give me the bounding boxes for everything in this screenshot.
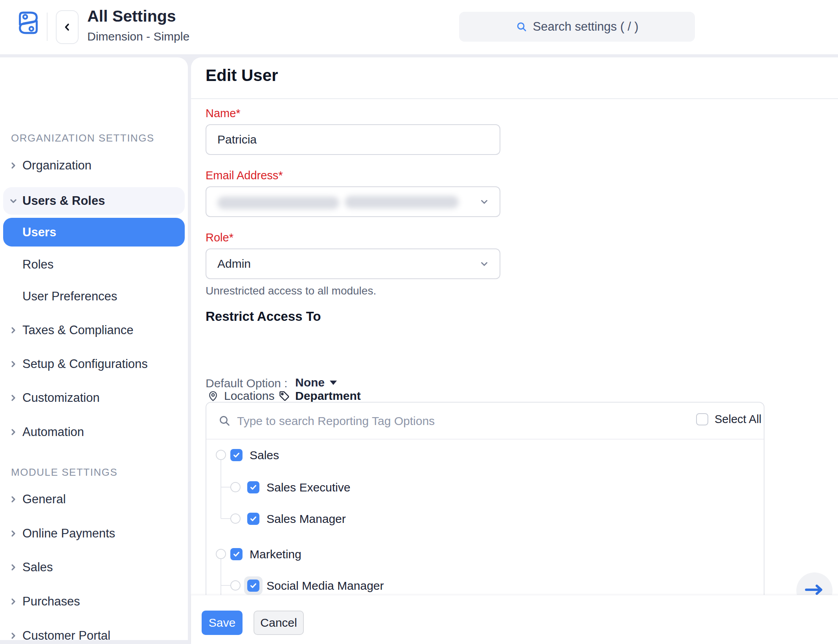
title-divider xyxy=(191,98,838,99)
email-select[interactable] xyxy=(206,186,500,217)
sidebar-item-label: Users xyxy=(22,225,56,239)
page-title: All Settings xyxy=(87,7,176,26)
sidebar-item-general[interactable]: General xyxy=(0,486,188,513)
tree-connector xyxy=(221,585,230,586)
sidebar-item-label: Customer Portal xyxy=(22,629,110,643)
search-icon xyxy=(218,414,231,427)
section-organization-settings: ORGANIZATION SETTINGS xyxy=(11,132,154,144)
sidebar-item-users-roles[interactable]: Users & Roles xyxy=(3,187,185,215)
sidebar-item-label: Taxes & Compliance xyxy=(22,323,134,337)
check-icon xyxy=(233,451,240,459)
checkbox-sales-manager[interactable] xyxy=(247,513,259,525)
tree-connector xyxy=(221,460,221,519)
form-action-bar: Save Cancel xyxy=(191,595,838,644)
checkbox-unchecked-icon xyxy=(696,413,708,425)
check-icon xyxy=(250,484,257,491)
role-select[interactable]: Admin xyxy=(206,248,500,279)
tree-item-label: Sales Executive xyxy=(266,481,350,494)
search-icon xyxy=(516,21,527,33)
sidebar-item-roles[interactable]: Roles xyxy=(0,251,188,278)
tab-department[interactable]: Department xyxy=(278,389,361,403)
settings-search-input[interactable]: Search settings ( / ) xyxy=(459,12,695,42)
sidebar-item-users[interactable]: Users xyxy=(3,218,185,247)
tree-node-circle xyxy=(230,580,241,591)
sidebar-item-customer-portal[interactable]: Customer Portal xyxy=(0,622,188,644)
chevron-right-icon xyxy=(9,631,18,640)
map-pin-icon xyxy=(207,390,219,402)
sidebar-item-online-payments[interactable]: Online Payments xyxy=(0,520,188,547)
save-button[interactable]: Save xyxy=(202,611,243,635)
redacted-email-segment xyxy=(217,197,339,209)
select-all-checkbox[interactable]: Select All xyxy=(696,413,761,426)
chevron-down-icon xyxy=(479,259,489,269)
cancel-button[interactable]: Cancel xyxy=(254,611,304,635)
tree-node-circle xyxy=(216,450,226,460)
tree-node-circle xyxy=(230,482,241,492)
tree-item-label: Sales xyxy=(250,449,279,462)
chevron-left-icon xyxy=(62,22,72,32)
default-option-value: None xyxy=(295,376,325,389)
chevron-right-icon xyxy=(9,161,18,170)
sidebar-item-label: Online Payments xyxy=(22,526,115,541)
tab-label: Department xyxy=(295,389,361,403)
chevron-right-icon xyxy=(9,393,18,403)
settings-search-placeholder: Search settings ( / ) xyxy=(533,20,639,34)
settings-sidebar: ORGANIZATION SETTINGS Organization Users… xyxy=(0,57,188,640)
tree-node-circle xyxy=(216,549,226,559)
sidebar-item-label: Users & Roles xyxy=(22,194,105,208)
sidebar-item-label: Automation xyxy=(22,425,84,439)
role-selected-value: Admin xyxy=(217,257,251,270)
chevron-right-icon xyxy=(9,529,18,538)
chevron-down-icon xyxy=(9,196,18,206)
chevron-right-icon xyxy=(9,427,18,437)
check-icon xyxy=(250,515,257,523)
arrow-right-icon xyxy=(804,586,825,595)
tab-label: Locations xyxy=(224,389,274,403)
sidebar-item-label: Roles xyxy=(22,258,53,272)
default-option-dropdown[interactable]: None xyxy=(295,376,337,389)
sidebar-item-label: Sales xyxy=(22,560,53,574)
sidebar-item-user-preferences[interactable]: User Preferences xyxy=(0,283,188,310)
tag-options-search-input[interactable] xyxy=(237,410,630,432)
app-header: All Settings Dimension - Simple Search s… xyxy=(0,0,838,54)
sidebar-item-customization[interactable]: Customization xyxy=(0,384,188,412)
chevron-right-icon xyxy=(9,359,18,369)
checkbox-social-media-manager[interactable] xyxy=(247,580,259,592)
page-subtitle: Dimension - Simple xyxy=(87,30,189,43)
caret-down-icon xyxy=(330,381,337,385)
role-label: Role* xyxy=(206,231,233,244)
sidebar-item-organization[interactable]: Organization xyxy=(0,152,188,179)
checkbox-sales-executive[interactable] xyxy=(247,481,259,493)
sidebar-item-automation[interactable]: Automation xyxy=(0,418,188,446)
panel-divider xyxy=(206,439,764,440)
tree-connector xyxy=(221,518,230,519)
checkbox-marketing[interactable] xyxy=(230,548,243,560)
tree-item-label: Social Media Manager xyxy=(266,579,384,592)
chevron-right-icon xyxy=(9,495,18,504)
sidebar-item-purchases[interactable]: Purchases xyxy=(0,588,188,615)
sidebar-item-setup-configurations[interactable]: Setup & Configurations xyxy=(0,350,188,378)
role-help-text: Unrestricted access to all modules. xyxy=(206,285,376,297)
restrict-access-heading: Restrict Access To xyxy=(206,309,321,324)
header-divider xyxy=(47,13,48,41)
tree-item-label: Marketing xyxy=(250,548,301,561)
back-button[interactable] xyxy=(56,10,79,44)
edit-user-panel: Edit User Name* Email Address* Role* Adm… xyxy=(191,57,838,644)
tree-connector xyxy=(221,487,230,488)
sidebar-item-taxes-compliance[interactable]: Taxes & Compliance xyxy=(0,316,188,344)
sidebar-item-label: General xyxy=(22,492,66,506)
chevron-right-icon xyxy=(9,326,18,335)
redacted-email-segment xyxy=(345,196,459,208)
select-all-label: Select All xyxy=(715,413,761,426)
name-input[interactable] xyxy=(206,124,500,155)
sidebar-item-label: User Preferences xyxy=(22,289,117,304)
sidebar-item-label: Purchases xyxy=(22,594,80,609)
tree-node-circle xyxy=(230,513,241,524)
price-tag-icon xyxy=(278,390,290,402)
sidebar-item-sales[interactable]: Sales xyxy=(0,554,188,581)
chevron-right-icon xyxy=(9,597,18,606)
email-label: Email Address* xyxy=(206,169,283,182)
tree-item-label: Sales Manager xyxy=(266,512,346,526)
tab-locations[interactable]: Locations xyxy=(207,389,274,403)
checkbox-sales[interactable] xyxy=(230,449,243,461)
